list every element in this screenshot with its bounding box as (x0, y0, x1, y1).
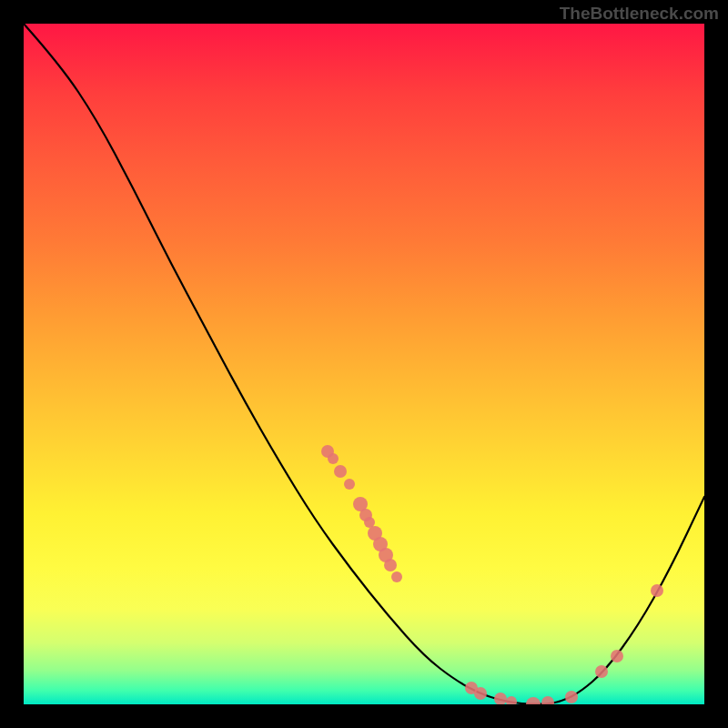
bottleneck-curve (24, 24, 704, 704)
data-point (506, 696, 517, 704)
plot-area (24, 24, 704, 704)
data-point (651, 584, 663, 597)
data-dots (321, 445, 663, 704)
data-point (541, 696, 554, 704)
data-point (465, 682, 478, 694)
data-point (391, 571, 402, 582)
data-point (595, 665, 608, 678)
data-point (368, 526, 382, 541)
chart-container: TheBottleneck.com (0, 0, 728, 728)
data-point (565, 691, 578, 703)
data-point (359, 509, 372, 521)
data-point (328, 453, 339, 464)
data-point (384, 559, 397, 571)
data-point (526, 697, 541, 704)
chart-svg (24, 24, 704, 704)
watermark-label: TheBottleneck.com (560, 4, 719, 24)
data-point (373, 537, 388, 551)
data-point (611, 650, 623, 662)
data-point (364, 517, 375, 528)
data-point (474, 687, 487, 700)
data-point (494, 693, 507, 704)
data-point (321, 445, 334, 458)
data-point (353, 497, 368, 511)
data-point (334, 465, 347, 478)
data-point (344, 479, 355, 490)
data-point (379, 548, 393, 562)
